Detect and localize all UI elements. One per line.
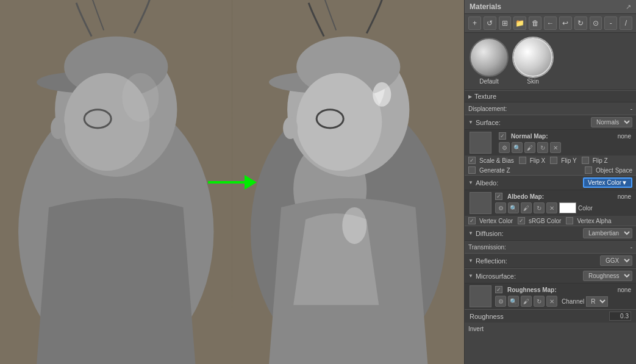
roughness-map-checkbox[interactable] [495,286,502,293]
albedo-section-header[interactable]: ▼ Albedo: Vertex Color▼ [465,175,636,190]
undo-btn[interactable]: ↩ [559,16,572,30]
svg-point-20 [373,82,391,107]
gear-icon[interactable]: ⚙ [499,142,510,153]
rough-close-icon[interactable]: ✕ [546,296,557,307]
rough-gear-icon[interactable]: ⚙ [495,296,506,307]
refresh-icon[interactable]: ↻ [537,142,548,153]
flip-z-checkbox[interactable] [582,157,589,164]
srgb-check[interactable]: sRGB Color [518,217,561,224]
roughness-map-label: Roughness Map: [507,287,615,293]
albedo-map-value: none [618,193,631,200]
minus-btn[interactable]: - [604,16,617,30]
flip-y-check[interactable]: Flip Y [550,157,576,164]
folder-btn[interactable]: 📁 [513,16,526,30]
srgb-label: sRGB Color [529,218,561,224]
svg-point-18 [283,117,298,139]
reload-btn[interactable]: ↺ [484,16,496,30]
surface-label: Surface: [476,119,501,126]
close-icon[interactable]: ✕ [550,142,561,153]
albedo-label: Albedo: [476,179,498,187]
rough-search-icon[interactable]: 🔍 [508,296,519,307]
color-label: Color [578,205,593,212]
object-space-checkbox[interactable] [585,166,592,174]
material-skin[interactable]: Skin [513,38,552,85]
svg-point-8 [122,73,159,122]
flip-x-label: Flip X [530,157,546,164]
viewport-right [232,0,465,364]
vertex-color-checkbox[interactable] [468,217,476,224]
vertex-alpha-checkbox[interactable] [566,217,573,224]
flip-z-label: Flip Z [593,157,608,164]
grid-btn[interactable]: ⊞ [499,16,512,30]
add-material-btn[interactable]: + [468,16,481,30]
generatez-row: Generate Z Object Space [465,165,636,175]
albedo-close-icon[interactable]: ✕ [546,202,557,213]
albedo-search-icon[interactable]: 🔍 [508,202,519,213]
transmission-row: Transmission: - [465,241,636,253]
microsurface-triangle: ▼ [468,273,473,279]
albedo-refresh-icon[interactable]: ↻ [534,202,545,213]
reflection-section-header[interactable]: ▼ Reflection: GGX [465,253,636,268]
normal-map-preview [470,132,491,154]
material-default[interactable]: Default [470,38,509,85]
vertex-color-label-chk: Vertex Color [479,218,513,224]
panel-header: Materials ↗ [465,0,636,14]
reflection-triangle: ▼ [468,258,473,263]
reflection-dropdown[interactable]: GGX [600,255,632,266]
back-btn[interactable]: ← [544,16,557,30]
microsurface-label: Microsurface: [476,273,516,280]
vertex-alpha-check[interactable]: Vertex Alpha [566,217,611,224]
external-link-icon[interactable]: ↗ [626,3,631,11]
flip-x-check[interactable]: Flip X [519,157,546,164]
materials-toolbar: + ↺ ⊞ 📁 🗑 ← ↩ ↻ ⊙ - / [465,14,636,33]
albedo-gear-icon[interactable]: ⚙ [495,202,506,213]
displacement-label: Displacement: [468,105,631,112]
displacement-row: Displacement: - [465,102,636,115]
channel-select[interactable]: R [586,296,608,307]
surface-dropdown[interactable]: Normals [591,117,632,127]
normal-map-checkbox[interactable] [499,132,506,140]
roughness-value-row: Roughness [465,309,636,323]
scale-bias-label: Scale & Bias [479,157,514,164]
delete-btn[interactable]: 🗑 [529,16,541,30]
flip-y-checkbox[interactable] [550,157,557,164]
object-space-check[interactable]: Object Space [585,166,632,174]
vertex-color-check[interactable]: Vertex Color [468,217,513,224]
generate-z-check[interactable]: Generate Z [468,166,510,174]
microsurface-section-header[interactable]: ▼ Microsurface: Roughness [465,268,636,284]
reflection-label: Reflection: [476,257,507,265]
microsurface-dropdown[interactable]: Roughness [583,271,632,281]
generate-z-checkbox[interactable] [468,166,476,174]
slash-btn[interactable]: / [620,16,632,30]
search-icon[interactable]: 🔍 [512,142,523,153]
diffusion-section-header[interactable]: ▼ Diffusion: Lambertian [465,226,636,241]
target-btn[interactable]: ⊙ [590,16,602,30]
vertex-color-dropdown[interactable]: Vertex Color▼ [583,177,632,188]
albedo-map-row: Albedo Map: none ⚙ 🔍 🖌 ↻ ✕ Color [465,190,636,216]
viewport-left [0,0,232,364]
srgb-checkbox[interactable] [518,217,525,224]
color-swatch[interactable] [559,202,576,213]
albedo-map-preview [470,192,491,214]
materials-panel: Materials ↗ + ↺ ⊞ 📁 🗑 ← ↩ ↻ ⊙ - / Defaul… [464,0,636,364]
albedo-map-checkbox[interactable] [495,193,502,200]
scale-bias-check[interactable]: Scale & Bias [468,157,514,164]
texture-section-header[interactable]: ▶ Texture [465,90,636,102]
surface-section-header[interactable]: ▼ Surface: Normals [465,115,636,130]
texture-label: Texture [474,93,496,100]
scale-bias-checkbox[interactable] [468,157,476,164]
roughness-map-row: Roughness Map: none ⚙ 🔍 🖌 ↻ ✕ Channel R [465,284,636,309]
roughness-input[interactable] [609,312,631,321]
brush-icon[interactable]: 🖌 [524,142,535,153]
rough-brush-icon[interactable]: 🖌 [521,296,532,307]
flip-x-checkbox[interactable] [519,157,526,164]
rough-refresh-icon[interactable]: ↻ [534,296,545,307]
roughness-label: Roughness [470,313,609,320]
albedo-brush-icon[interactable]: 🖌 [521,202,532,213]
diffusion-dropdown[interactable]: Lambertian [583,228,632,238]
svg-point-6 [51,117,65,139]
flip-z-check[interactable]: Flip Z [582,157,608,164]
redo-btn[interactable]: ↻ [574,16,587,30]
material-previews: Default Skin [465,33,636,90]
invert-row: Invert [465,323,636,335]
